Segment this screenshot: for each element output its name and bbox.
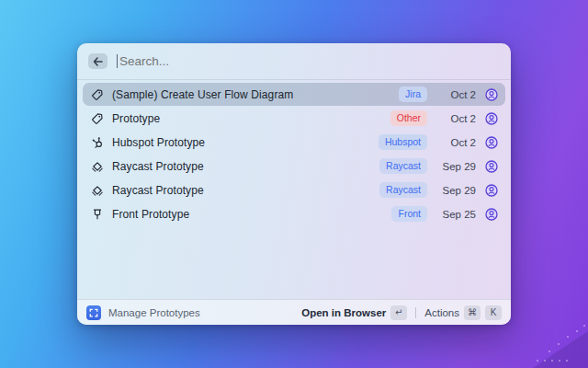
item-title: (Sample) Create User Flow Diagram — [112, 88, 399, 101]
raycast-icon — [90, 159, 104, 173]
launcher-window: (Sample) Create User Flow Diagram Jira O… — [77, 43, 511, 325]
search-bar — [77, 43, 511, 80]
tag-icon — [90, 87, 104, 101]
avatar-icon — [485, 184, 498, 197]
item-badge: Raycast — [379, 182, 427, 198]
enter-key-badge: ↵ — [390, 305, 407, 320]
item-date: Sep 29 — [437, 185, 476, 196]
list-item[interactable]: Prototype Other Oct 2 — [83, 107, 505, 130]
footer-bar: Manage Prototypes Open in Browser ↵ Acti… — [77, 299, 511, 325]
item-date: Oct 2 — [437, 137, 476, 148]
left-arrow-icon — [93, 57, 103, 66]
item-date: Oct 2 — [437, 113, 476, 124]
footer-divider — [415, 307, 416, 318]
list-item[interactable]: Hubspot Prototype Hubspot Oct 2 — [83, 131, 505, 154]
results-list: (Sample) Create User Flow Diagram Jira O… — [77, 80, 511, 299]
avatar-icon — [485, 208, 498, 221]
text-caret — [117, 54, 118, 68]
list-item[interactable]: Raycast Prototype Raycast Sep 29 — [83, 178, 505, 201]
avatar-icon — [485, 88, 498, 101]
actions-menu-button[interactable]: Actions — [424, 307, 459, 318]
footer-app-label: Manage Prototypes — [108, 307, 200, 318]
tag-icon — [90, 111, 104, 125]
item-badge: Jira — [399, 86, 427, 102]
avatar-icon — [485, 136, 498, 149]
cmd-key-badge: ⌘ — [464, 305, 481, 320]
item-date: Sep 25 — [437, 209, 476, 220]
item-badge: Raycast — [379, 158, 427, 174]
item-title: Hubspot Prototype — [112, 136, 379, 149]
list-item[interactable]: (Sample) Create User Flow Diagram Jira O… — [83, 83, 505, 106]
list-item[interactable]: Raycast Prototype Raycast Sep 29 — [83, 155, 505, 178]
front-icon — [90, 207, 104, 221]
hubspot-icon — [90, 135, 104, 149]
item-title: Raycast Prototype — [112, 184, 379, 197]
wallpaper-pattern — [505, 304, 588, 368]
list-item[interactable]: Front Prototype Front Sep 25 — [83, 202, 505, 225]
prototypes-app-icon — [86, 305, 101, 320]
item-title: Front Prototype — [112, 208, 391, 221]
item-title: Prototype — [112, 112, 390, 125]
item-badge: Other — [390, 110, 427, 126]
item-title: Raycast Prototype — [112, 160, 379, 173]
back-button[interactable] — [88, 53, 107, 69]
avatar-icon — [485, 160, 498, 173]
search-input[interactable] — [119, 54, 500, 68]
item-date: Oct 2 — [437, 89, 476, 100]
avatar-icon — [485, 112, 498, 125]
raycast-icon — [90, 183, 104, 197]
k-key-badge: K — [485, 305, 502, 320]
open-in-browser-action[interactable]: Open in Browser — [301, 307, 386, 318]
item-badge: Front — [391, 206, 427, 222]
item-date: Sep 29 — [437, 161, 476, 172]
item-badge: Hubspot — [379, 134, 427, 150]
